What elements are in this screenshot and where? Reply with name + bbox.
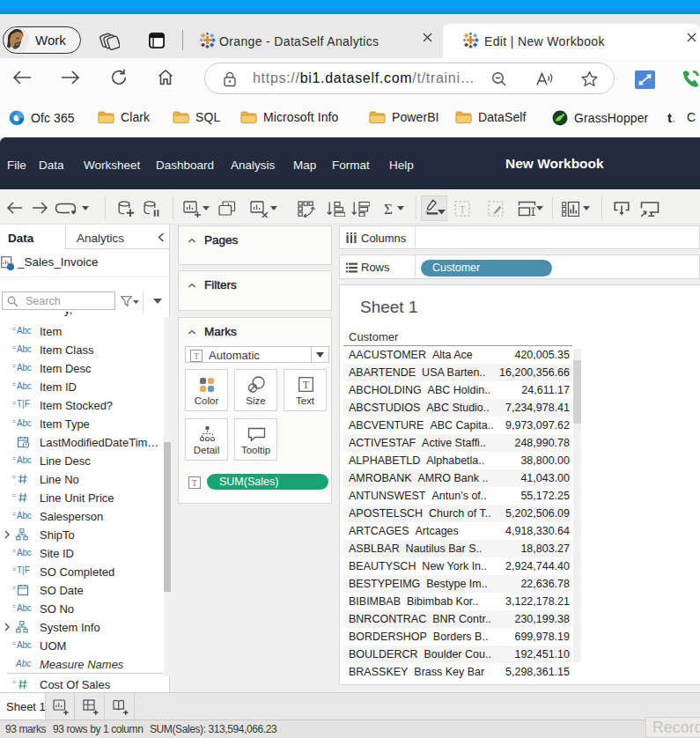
svg-text:T: T (194, 351, 199, 360)
svg-text:T: T (192, 479, 197, 488)
svg-text:T: T (303, 379, 310, 391)
svg-text:Σ: Σ (384, 201, 393, 217)
svg-text:T: T (460, 204, 466, 215)
